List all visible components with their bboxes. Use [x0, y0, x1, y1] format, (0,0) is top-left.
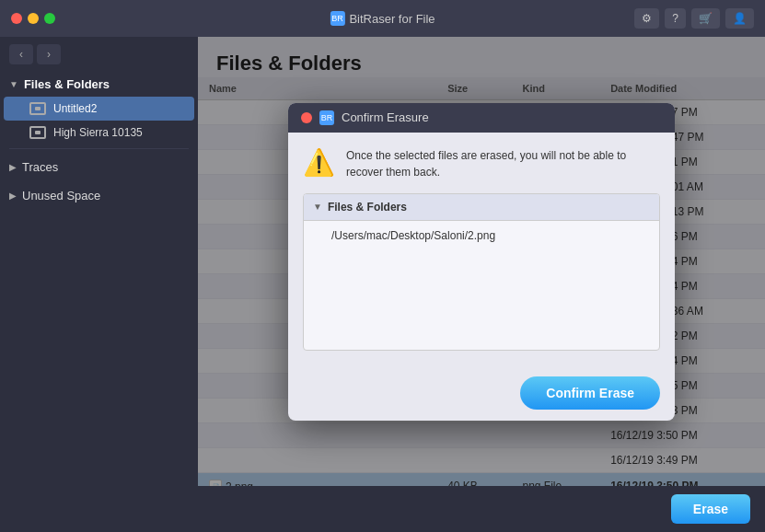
chevron-right-icon: ▶	[9, 191, 17, 201]
account-button[interactable]: 👤	[725, 8, 754, 29]
settings-button[interactable]: ⚙	[634, 8, 659, 29]
content-area: Files & Folders Name Size Kind Date Modi…	[198, 37, 765, 486]
confirm-erase-button[interactable]: Confirm Erase	[520, 376, 660, 410]
sidebar: ‹ › ▼ Files & Folders Untitled2 High Sie…	[0, 37, 198, 486]
window-title: BR BitRaser for File	[330, 11, 435, 26]
modal-close-button[interactable]	[301, 112, 312, 123]
modal-title: Confirm Erasure	[342, 110, 429, 124]
unused-space-label: Unused Space	[22, 189, 100, 202]
modal-file-header: ▼ Files & Folders	[304, 194, 659, 221]
maximize-button[interactable]	[44, 13, 55, 24]
toolbar-right: ⚙ ? 🛒 👤	[634, 8, 754, 29]
help-button[interactable]: ?	[665, 8, 686, 29]
sidebar-nav: ‹ ›	[0, 44, 198, 72]
files-folders-label: Files & Folders	[24, 77, 110, 91]
sidebar-separator	[9, 148, 189, 149]
app-title: BitRaser for File	[349, 12, 435, 26]
sidebar-item-label: High Sierra 10135	[53, 126, 143, 139]
minimize-button[interactable]	[28, 13, 39, 24]
modal-overlay: BR Confirm Erasure ⚠️ Once the selected …	[198, 37, 765, 486]
sidebar-item-untitled2[interactable]: Untitled2	[4, 97, 194, 121]
erase-button[interactable]: Erase	[671, 494, 750, 524]
title-bar: BR BitRaser for File ⚙ ? 🛒 👤	[0, 0, 765, 37]
files-folders-section: ▼ Files & Folders Untitled2 High Sierra …	[0, 72, 198, 145]
modal-file-section: ▼ Files & Folders /Users/mac/Desktop/Sal…	[303, 193, 660, 351]
close-button[interactable]	[11, 13, 22, 24]
cart-button[interactable]: 🛒	[691, 8, 720, 29]
drive-icon	[29, 126, 46, 139]
sidebar-item-high-sierra[interactable]: High Sierra 10135	[4, 121, 194, 145]
modal-footer: Confirm Erase	[288, 365, 675, 421]
chevron-right-icon: ▶	[9, 162, 17, 172]
sidebar-item-traces[interactable]: ▶ Traces	[0, 153, 198, 181]
main-layout: ‹ › ▼ Files & Folders Untitled2 High Sie…	[0, 37, 765, 486]
modal-warning: ⚠️ Once the selected files are erased, y…	[303, 147, 660, 180]
files-folders-header[interactable]: ▼ Files & Folders	[0, 72, 198, 97]
modal-app-icon: BR	[319, 110, 334, 125]
warning-icon: ⚠️	[303, 147, 335, 178]
drive-icon	[29, 102, 46, 115]
app-icon: BR	[330, 11, 344, 26]
traces-label: Traces	[22, 160, 58, 174]
chevron-down-icon: ▼	[9, 79, 18, 89]
back-button[interactable]: ‹	[9, 44, 33, 64]
modal-body: ⚠️ Once the selected files are erased, y…	[288, 133, 675, 365]
modal-file-section-label: Files & Folders	[328, 201, 407, 214]
chevron-down-icon: ▼	[313, 202, 322, 212]
bottom-bar: Erase	[0, 486, 765, 532]
modal-titlebar: BR Confirm Erasure	[288, 103, 675, 133]
modal-file-list: /Users/mac/Desktop/Saloni/2.png	[304, 221, 659, 350]
warning-text: Once the selected files are erased, you …	[346, 147, 660, 180]
sidebar-item-label: Untitled2	[53, 102, 97, 115]
traffic-lights	[11, 13, 55, 24]
modal-file-item: /Users/mac/Desktop/Saloni/2.png	[331, 226, 650, 245]
confirm-erasure-modal: BR Confirm Erasure ⚠️ Once the selected …	[288, 103, 675, 421]
sidebar-item-unused-space[interactable]: ▶ Unused Space	[0, 181, 198, 210]
forward-button[interactable]: ›	[37, 44, 61, 64]
